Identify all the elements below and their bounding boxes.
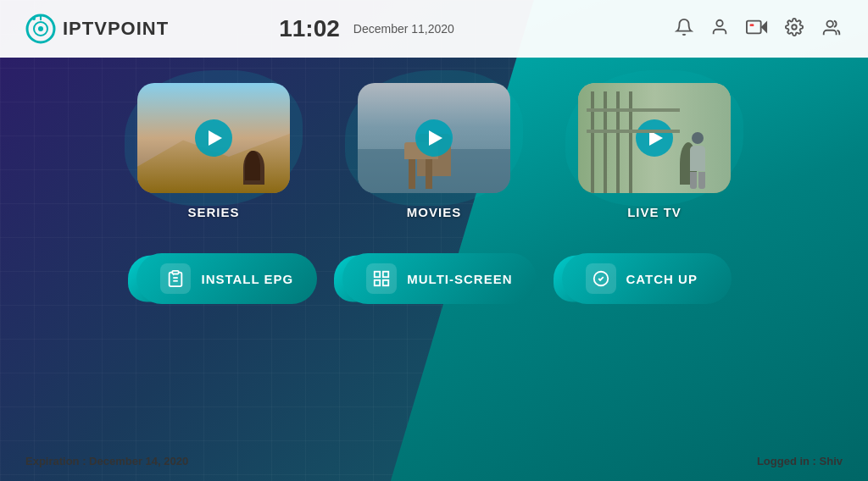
- series-label: SERIES: [187, 205, 239, 219]
- logo-icon: [25, 14, 56, 44]
- logged-in-text: Logged in : Shiv: [757, 455, 843, 467]
- header-icons: [675, 18, 843, 41]
- svg-point-2: [38, 26, 43, 31]
- movies-label: MOVIES: [407, 205, 461, 219]
- main-content: SERIES MOVIES: [0, 58, 868, 321]
- movies-play-button[interactable]: [415, 119, 453, 157]
- livetv-label: LIVE TV: [627, 205, 682, 219]
- check-circle-icon: [586, 263, 616, 294]
- clipboard-icon: [160, 263, 191, 294]
- svg-rect-15: [375, 272, 380, 277]
- movies-thumbnail: [358, 83, 510, 193]
- series-play-button[interactable]: [195, 119, 232, 157]
- series-thumbnail: [137, 83, 290, 193]
- svg-rect-8: [750, 24, 754, 26]
- series-card[interactable]: SERIES: [137, 83, 290, 219]
- expiration-text: Expiration : December 14, 2020: [25, 455, 188, 467]
- date-display: December 11,2020: [353, 22, 454, 36]
- svg-rect-17: [375, 280, 380, 285]
- livetv-thumbnail-wrapper: [578, 83, 731, 193]
- svg-rect-18: [383, 280, 388, 285]
- movies-thumbnail-wrapper: [358, 83, 510, 193]
- bell-icon[interactable]: [675, 18, 693, 41]
- livetv-card[interactable]: LIVE TV: [578, 83, 731, 219]
- svg-point-9: [792, 25, 797, 30]
- svg-rect-11: [173, 271, 179, 274]
- media-cards: SERIES MOVIES: [51, 83, 817, 219]
- multi-screen-button[interactable]: MULTI-SCREEN: [342, 253, 536, 304]
- grid-icon: [366, 263, 397, 294]
- svg-rect-6: [747, 20, 761, 33]
- logo: IPTVPOINT: [25, 14, 169, 44]
- install-epg-button[interactable]: INSTALL EPG: [136, 253, 317, 304]
- users-icon[interactable]: [821, 18, 843, 41]
- footer: Expiration : December 14, 2020 Logged in…: [25, 455, 843, 467]
- livetv-thumbnail: [578, 83, 731, 193]
- install-epg-label: INSTALL EPG: [201, 272, 293, 286]
- svg-marker-7: [761, 20, 767, 33]
- record-icon[interactable]: [746, 18, 768, 41]
- svg-point-4: [32, 17, 36, 20]
- svg-point-5: [716, 19, 722, 25]
- catch-up-label: CATCH UP: [626, 272, 698, 286]
- livetv-play-button[interactable]: [636, 119, 673, 157]
- svg-rect-16: [383, 272, 388, 277]
- multi-screen-label: MULTI-SCREEN: [407, 272, 512, 286]
- movies-card[interactable]: MOVIES: [358, 83, 510, 219]
- user-icon[interactable]: [710, 18, 729, 41]
- time-display: 11:02: [279, 15, 340, 42]
- header-center: 11:02 December 11,2020: [279, 15, 454, 42]
- header: IPTVPOINT 11:02 December 11,2020: [0, 0, 868, 58]
- svg-point-10: [826, 20, 832, 26]
- catch-up-button[interactable]: CATCH UP: [562, 253, 732, 304]
- logo-text: IPTVPOINT: [63, 18, 169, 40]
- series-thumbnail-wrapper: [137, 83, 290, 193]
- settings-icon[interactable]: [785, 18, 804, 41]
- action-buttons: INSTALL EPG MULTI-SCREEN: [51, 253, 817, 304]
